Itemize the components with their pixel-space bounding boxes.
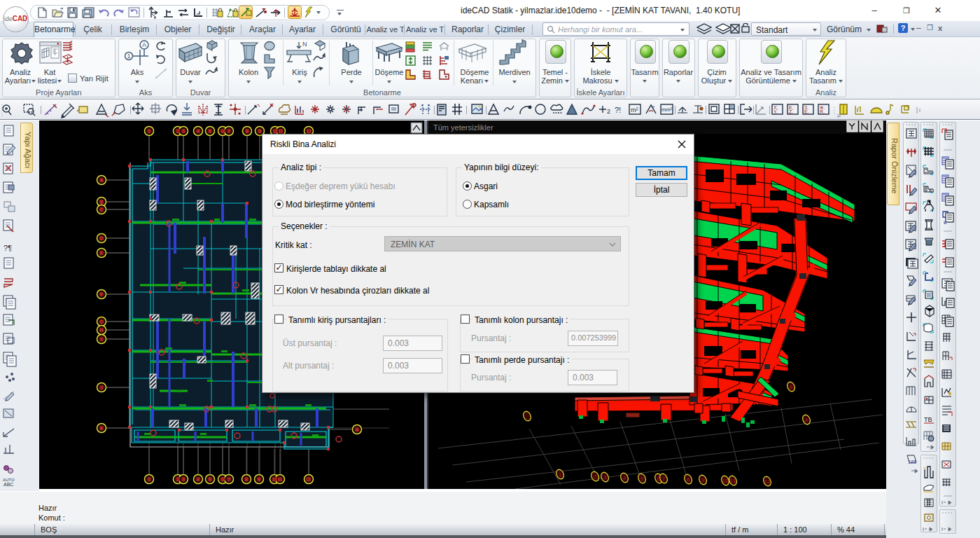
svg-text:F: F [100, 292, 103, 297]
svg-text:N: N [302, 41, 307, 48]
svg-text:D: D [99, 236, 103, 241]
svg-text:TB: TB [924, 416, 932, 423]
svg-text:H: H [99, 328, 103, 333]
svg-text:1: 1 [148, 477, 150, 482]
svg-text:2: 2 [594, 474, 597, 480]
svg-text:Y.: Y. [774, 109, 778, 114]
svg-text:2: 2 [176, 129, 179, 134]
svg-text:R.: R. [820, 109, 825, 114]
svg-text:A: A [142, 41, 146, 48]
svg-text:9: 9 [258, 129, 261, 134]
svg-text:A: A [356, 427, 359, 432]
svg-text:6: 6 [657, 476, 661, 482]
svg-text:3: 3 [603, 474, 607, 481]
svg-text:5: 5 [209, 477, 211, 482]
svg-text:11: 11 [278, 129, 283, 134]
svg-text:9: 9 [701, 477, 705, 483]
svg-text:1: 1 [148, 129, 150, 134]
svg-text:12: 12 [305, 477, 311, 482]
svg-text:2: 2 [607, 108, 610, 115]
svg-text:1: 1 [559, 471, 562, 478]
svg-text:5: 5 [209, 129, 211, 134]
svg-text:E: E [100, 251, 104, 256]
svg-text:8: 8 [245, 477, 248, 482]
svg-text:?: ? [652, 105, 654, 110]
svg-text:12: 12 [306, 129, 312, 134]
svg-text:12: 12 [764, 478, 771, 485]
svg-text:8: 8 [246, 129, 248, 134]
svg-text:C: C [99, 207, 103, 212]
svg-text:10: 10 [272, 129, 278, 134]
svg-text:9: 9 [258, 477, 260, 482]
svg-text:1: 1 [127, 53, 130, 60]
svg-text:6: 6 [221, 129, 224, 134]
svg-text:10: 10 [722, 478, 729, 484]
svg-text:I: I [101, 337, 102, 342]
svg-text:3: 3 [182, 477, 185, 482]
svg-text:B: B [100, 200, 104, 205]
svg-text:8: 8 [687, 476, 690, 483]
svg-text:A: A [804, 417, 808, 423]
svg-text:3: 3 [182, 129, 185, 134]
svg-text:4: 4 [197, 129, 200, 134]
svg-text:ABC: ABC [4, 482, 13, 487]
svg-text:4: 4 [197, 477, 200, 482]
svg-text:Z.: Z. [789, 109, 793, 114]
svg-text:7: 7 [227, 477, 230, 482]
svg-text:11: 11 [277, 477, 282, 482]
svg-text:G: G [99, 319, 103, 324]
svg-text:7: 7 [662, 476, 666, 482]
svg-text:5: 5 [640, 476, 644, 482]
svg-text:m²: m² [631, 106, 638, 113]
svg-text:11: 11 [730, 478, 736, 484]
svg-text:J: J [100, 385, 103, 390]
svg-text:7: 7 [227, 129, 230, 134]
svg-text:4: 4 [623, 475, 626, 481]
svg-text:?¶: ?¶ [4, 244, 12, 252]
svg-text:K: K [100, 426, 104, 431]
svg-text:10: 10 [272, 477, 277, 482]
svg-text:?!: ?! [615, 106, 621, 114]
svg-text:E.: E. [804, 109, 809, 114]
svg-text:A: A [100, 178, 104, 183]
svg-text:123: 123 [908, 460, 916, 464]
svg-text:2: 2 [176, 477, 179, 482]
svg-text:8: 8 [790, 384, 793, 390]
svg-text:6: 6 [221, 477, 224, 482]
svg-text:Tüm yetersizlikler: Tüm yetersizlikler [433, 123, 493, 132]
svg-text:mm²: mm² [662, 106, 672, 113]
